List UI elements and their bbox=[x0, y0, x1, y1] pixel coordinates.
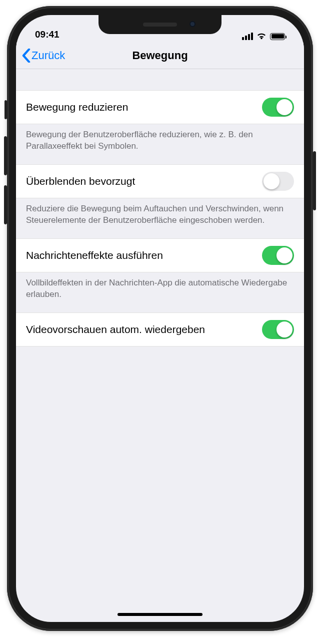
mute-switch[interactable] bbox=[4, 100, 7, 119]
settings-row-footer: Vollbildeffekten in der Nachrichten-App … bbox=[16, 272, 304, 312]
settings-row-label: Überblenden bevorzugt bbox=[26, 175, 253, 187]
settings-row: Videovorschauen autom. wiedergeben bbox=[16, 312, 304, 347]
settings-toggle[interactable] bbox=[262, 98, 294, 117]
nav-bar: Zurück Bewegung bbox=[16, 42, 304, 69]
speaker-grille bbox=[143, 23, 177, 27]
chevron-left-icon bbox=[22, 49, 30, 63]
settings-row-label: Videovorschauen autom. wiedergeben bbox=[26, 324, 253, 336]
status-time: 09:41 bbox=[35, 29, 60, 40]
front-camera bbox=[190, 21, 196, 27]
notch bbox=[98, 15, 222, 34]
back-label: Zurück bbox=[32, 49, 65, 62]
home-indicator[interactable] bbox=[118, 613, 202, 616]
settings-list: Bewegung reduzierenBewegung der Benutzer… bbox=[16, 69, 304, 347]
settings-toggle[interactable] bbox=[262, 246, 294, 265]
settings-row-label: Bewegung reduzieren bbox=[26, 101, 253, 113]
settings-row: Nachrichteneffekte ausführen bbox=[16, 238, 304, 272]
power-button[interactable] bbox=[313, 151, 316, 210]
battery-icon bbox=[270, 33, 285, 40]
settings-toggle[interactable] bbox=[262, 320, 294, 339]
settings-toggle[interactable] bbox=[262, 172, 294, 191]
wifi-icon bbox=[256, 33, 266, 40]
settings-row: Überblenden bevorzugt bbox=[16, 164, 304, 198]
volume-up-button[interactable] bbox=[4, 136, 7, 175]
volume-down-button[interactable] bbox=[4, 185, 7, 224]
device-frame: 09:41 Zurück Bewegung bbox=[7, 6, 313, 631]
settings-row: Bewegung reduzieren bbox=[16, 90, 304, 124]
settings-row-footer: Bewegung der Benutzeroberfläche reduzier… bbox=[16, 124, 304, 164]
screen: 09:41 Zurück Bewegung bbox=[16, 15, 304, 622]
settings-row-label: Nachrichteneffekte ausführen bbox=[26, 249, 253, 261]
settings-row-footer: Reduziere die Bewegung beim Auftauchen u… bbox=[16, 198, 304, 238]
back-button[interactable]: Zurück bbox=[16, 49, 65, 63]
cellular-signal-icon bbox=[242, 33, 253, 40]
